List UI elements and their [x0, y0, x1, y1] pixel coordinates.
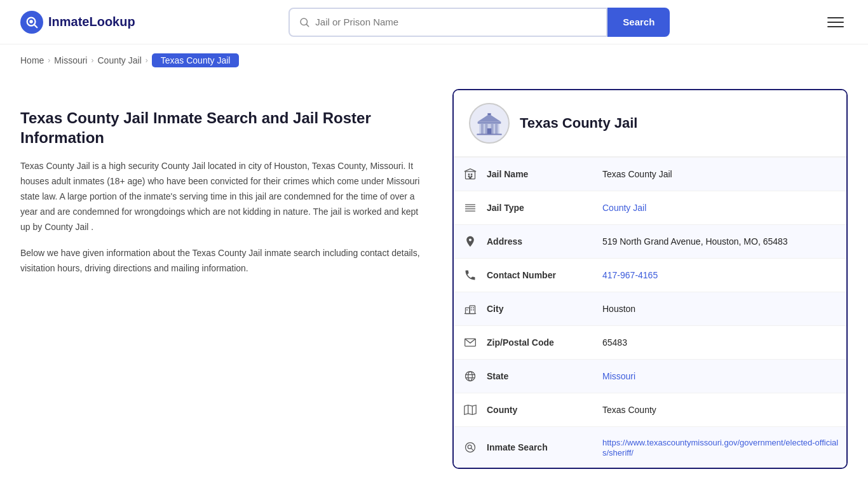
label-inmate-search: Inmate Search — [487, 432, 595, 463]
map-icon — [454, 393, 487, 426]
svg-line-44 — [471, 449, 473, 451]
info-row-inmate-search: Inmate Search https://www.texascountymis… — [454, 426, 846, 468]
svg-rect-7 — [481, 124, 484, 134]
svg-rect-26 — [470, 306, 475, 314]
svg-rect-14 — [477, 133, 501, 135]
info-row-county: County Texas County — [454, 393, 846, 426]
info-row-address: Address 519 North Grand Avenue, Houston,… — [454, 224, 846, 258]
svg-point-2 — [29, 20, 33, 23]
search-wrapper — [288, 8, 607, 37]
label-city: City — [487, 294, 595, 324]
page-description-1: Texas County Jail is a high security Cou… — [20, 159, 427, 234]
svg-rect-16 — [468, 173, 470, 175]
breadcrumb-home[interactable]: Home — [20, 55, 44, 65]
svg-marker-12 — [478, 114, 501, 122]
building-icon — [454, 158, 487, 191]
info-row-zip: Zip/Postal Code 65483 — [454, 325, 846, 359]
label-contact: Contact Number — [487, 260, 595, 290]
contact-link[interactable]: 417-967-4165 — [602, 270, 658, 280]
value-inmate-search: https://www.texascountymissouri.gov/gove… — [595, 427, 846, 468]
search-icon — [299, 17, 310, 28]
hamburger-menu[interactable] — [824, 13, 848, 31]
search-button[interactable]: Search — [607, 8, 670, 37]
card-header: Texas County Jail — [454, 90, 846, 157]
value-contact: 417-967-4165 — [595, 260, 846, 290]
breadcrumb-active: Texas County Jail — [152, 53, 240, 67]
info-row-jail-type: Jail Type County Jail — [454, 191, 846, 224]
svg-rect-6 — [478, 121, 501, 123]
hamburger-line-1 — [827, 17, 844, 18]
label-jail-name: Jail Name — [487, 159, 595, 189]
breadcrumb-county-jail[interactable]: County Jail — [97, 55, 141, 65]
globe-icon — [454, 360, 487, 393]
svg-marker-39 — [465, 405, 476, 415]
svg-rect-10 — [495, 124, 498, 134]
breadcrumb-missouri[interactable]: Missouri — [54, 55, 87, 65]
value-jail-type: County Jail — [595, 193, 846, 223]
value-jail-name: Texas County Jail — [595, 159, 846, 189]
jail-avatar-image — [476, 110, 503, 137]
state-link[interactable]: Missouri — [602, 371, 635, 381]
svg-point-36 — [468, 372, 473, 381]
hamburger-line-2 — [827, 22, 844, 23]
label-zip: Zip/Postal Code — [487, 327, 595, 358]
left-column: Texas County Jail Inmate Search and Jail… — [20, 89, 427, 469]
label-address: Address — [487, 226, 595, 257]
chevron-icon-3: › — [146, 56, 148, 65]
breadcrumb: Home › Missouri › County Jail › Texas Co… — [0, 44, 868, 76]
svg-point-42 — [466, 443, 475, 452]
info-row-jail-name: Jail Name Texas County Jail — [454, 157, 846, 191]
svg-rect-31 — [471, 309, 472, 311]
svg-rect-29 — [471, 308, 472, 309]
label-jail-type: Jail Type — [487, 193, 595, 223]
svg-rect-27 — [466, 309, 468, 311]
svg-rect-17 — [471, 173, 473, 175]
value-city: Houston — [595, 294, 846, 324]
logo-icon — [20, 11, 43, 34]
site-header: InmateLookup Search — [0, 0, 868, 44]
inmate-search-link[interactable]: https://www.texascountymissouri.gov/gove… — [602, 438, 838, 458]
svg-line-1 — [34, 24, 37, 27]
right-column: Texas County Jail — [452, 89, 848, 469]
page-description-2: Below we have given information about th… — [20, 246, 427, 276]
city-icon — [454, 292, 487, 325]
search-input[interactable] — [315, 17, 597, 27]
svg-rect-20 — [469, 177, 471, 179]
svg-point-35 — [466, 372, 475, 381]
svg-rect-30 — [473, 308, 474, 309]
info-card: Texas County Jail — [452, 89, 848, 469]
card-title: Texas County Jail — [520, 115, 637, 132]
value-county: Texas County — [595, 395, 846, 425]
chevron-icon-2: › — [91, 56, 93, 65]
value-zip: 65483 — [595, 327, 846, 358]
value-address: 519 North Grand Avenue, Houston, MO, 654… — [595, 226, 846, 257]
mail-icon — [454, 326, 487, 359]
label-state: State — [487, 361, 595, 391]
value-state: Missouri — [595, 361, 846, 391]
logo-svg — [25, 15, 39, 29]
svg-line-4 — [307, 24, 309, 26]
location-icon — [454, 225, 487, 258]
search-area: Search — [288, 8, 670, 37]
info-row-state: State Missouri — [454, 359, 846, 393]
site-name: InmateLookup — [48, 15, 135, 29]
main-content: Texas County Jail Inmate Search and Jail… — [0, 76, 868, 488]
svg-rect-25 — [466, 308, 470, 313]
jail-avatar — [469, 103, 510, 144]
chevron-icon-1: › — [48, 56, 50, 65]
search-circle-icon — [454, 431, 487, 464]
site-logo[interactable]: InmateLookup — [20, 11, 135, 34]
jail-type-link[interactable]: County Jail — [602, 203, 646, 213]
svg-rect-13 — [487, 113, 491, 115]
hamburger-line-3 — [827, 26, 844, 27]
info-row-city: City Houston — [454, 292, 846, 325]
svg-rect-11 — [487, 128, 492, 134]
svg-point-43 — [468, 445, 471, 449]
label-county: County — [487, 395, 595, 425]
page-title: Texas County Jail Inmate Search and Jail… — [20, 108, 427, 147]
phone-icon — [454, 259, 487, 292]
info-rows: Jail Name Texas County Jail Jail Type — [454, 157, 846, 468]
svg-rect-32 — [473, 309, 474, 311]
list-icon — [454, 191, 487, 224]
info-row-contact: Contact Number 417-967-4165 — [454, 258, 846, 292]
